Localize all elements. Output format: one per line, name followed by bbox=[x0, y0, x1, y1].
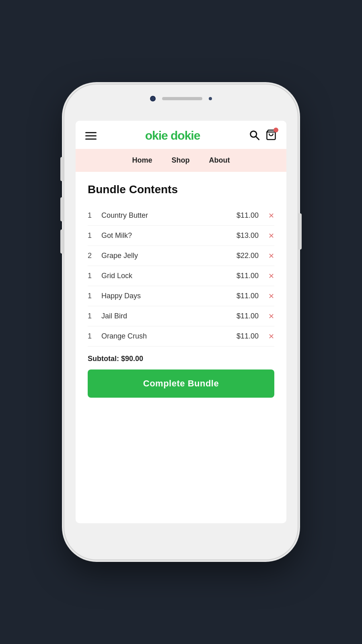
complete-bundle-button[interactable]: Complete Bundle bbox=[88, 369, 274, 398]
cart-badge bbox=[274, 128, 278, 132]
item-remove-button[interactable]: ✕ bbox=[268, 313, 274, 320]
bundle-items-list: 1 Country Butter $11.00 ✕ 1 Got Milk? $1… bbox=[88, 206, 274, 347]
item-qty: 1 bbox=[88, 292, 96, 300]
phone-notch bbox=[150, 96, 212, 101]
item-qty: 1 bbox=[88, 231, 96, 240]
bundle-item: 1 Happy Days $11.00 ✕ bbox=[88, 286, 274, 306]
item-name: Happy Days bbox=[101, 292, 231, 300]
item-name: Orange Crush bbox=[101, 332, 231, 341]
nav-item-about[interactable]: About bbox=[209, 156, 230, 165]
nav-item-home[interactable]: Home bbox=[132, 156, 152, 165]
phone-shell: okie dokie bbox=[64, 85, 298, 559]
bundle-heading: Bundle Contents bbox=[88, 183, 274, 196]
content-area: Bundle Contents 1 Country Butter $11.00 … bbox=[76, 172, 286, 523]
item-qty: 1 bbox=[88, 332, 96, 341]
search-icon[interactable] bbox=[249, 129, 260, 142]
item-name: Jail Bird bbox=[101, 312, 231, 320]
item-name: Country Butter bbox=[101, 211, 231, 220]
app-header: okie dokie bbox=[76, 121, 286, 149]
item-remove-button[interactable]: ✕ bbox=[268, 272, 274, 280]
phone-wrapper: okie dokie bbox=[64, 85, 298, 559]
bundle-item: 1 Country Butter $11.00 ✕ bbox=[88, 206, 274, 226]
item-price: $11.00 bbox=[237, 312, 259, 320]
cart-wrapper[interactable] bbox=[265, 129, 277, 142]
sensor-dot bbox=[209, 97, 212, 100]
item-remove-button[interactable]: ✕ bbox=[268, 232, 274, 239]
item-remove-button[interactable]: ✕ bbox=[268, 333, 274, 340]
speaker-bar bbox=[162, 97, 202, 100]
svg-line-1 bbox=[256, 136, 259, 140]
item-price: $13.00 bbox=[237, 231, 259, 240]
item-qty: 1 bbox=[88, 312, 96, 320]
item-name: Grape Jelly bbox=[101, 252, 231, 260]
item-name: Got Milk? bbox=[101, 231, 231, 240]
item-price: $11.00 bbox=[237, 272, 259, 280]
item-price: $11.00 bbox=[237, 292, 259, 300]
item-price: $11.00 bbox=[237, 332, 259, 341]
bundle-item: 1 Orange Crush $11.00 ✕ bbox=[88, 326, 274, 347]
subtotal-value: $90.00 bbox=[121, 355, 143, 363]
bundle-item: 1 Jail Bird $11.00 ✕ bbox=[88, 306, 274, 326]
item-qty: 2 bbox=[88, 252, 96, 260]
item-qty: 1 bbox=[88, 272, 96, 280]
item-qty: 1 bbox=[88, 211, 96, 220]
nav-item-shop[interactable]: Shop bbox=[172, 156, 190, 165]
item-name: Grid Lock bbox=[101, 272, 231, 280]
item-price: $22.00 bbox=[237, 252, 259, 260]
subtotal-label: Subtotal: bbox=[88, 355, 119, 363]
header-icons bbox=[249, 129, 277, 142]
bundle-item: 2 Grape Jelly $22.00 ✕ bbox=[88, 246, 274, 266]
bundle-item: 1 Got Milk? $13.00 ✕ bbox=[88, 226, 274, 246]
hamburger-menu-icon[interactable] bbox=[85, 132, 97, 140]
item-remove-button[interactable]: ✕ bbox=[268, 212, 274, 219]
camera-dot bbox=[150, 96, 156, 101]
item-price: $11.00 bbox=[237, 211, 259, 220]
bundle-item: 1 Grid Lock $11.00 ✕ bbox=[88, 266, 274, 286]
subtotal-row: Subtotal: $90.00 bbox=[88, 347, 274, 369]
phone-screen: okie dokie bbox=[76, 121, 286, 523]
app-logo: okie dokie bbox=[145, 129, 200, 142]
nav-bar: Home Shop About bbox=[76, 149, 286, 172]
item-remove-button[interactable]: ✕ bbox=[268, 293, 274, 300]
item-remove-button[interactable]: ✕ bbox=[268, 252, 274, 260]
